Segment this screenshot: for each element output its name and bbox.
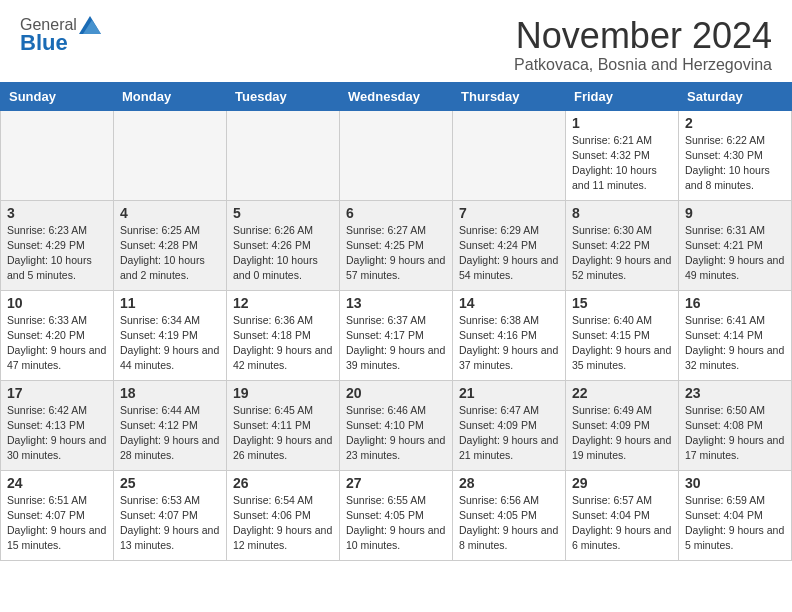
calendar-cell: 10Sunrise: 6:33 AM Sunset: 4:20 PM Dayli…: [1, 290, 114, 380]
calendar-cell: 16Sunrise: 6:41 AM Sunset: 4:14 PM Dayli…: [679, 290, 792, 380]
day-info: Sunrise: 6:53 AM Sunset: 4:07 PM Dayligh…: [120, 493, 220, 554]
weekday-header-tuesday: Tuesday: [227, 82, 340, 110]
day-number: 26: [233, 475, 333, 491]
day-number: 6: [346, 205, 446, 221]
day-info: Sunrise: 6:44 AM Sunset: 4:12 PM Dayligh…: [120, 403, 220, 464]
day-number: 23: [685, 385, 785, 401]
day-number: 10: [7, 295, 107, 311]
day-number: 11: [120, 295, 220, 311]
calendar-cell: 15Sunrise: 6:40 AM Sunset: 4:15 PM Dayli…: [566, 290, 679, 380]
month-title: November 2024: [514, 16, 772, 56]
calendar-cell: 5Sunrise: 6:26 AM Sunset: 4:26 PM Daylig…: [227, 200, 340, 290]
day-number: 21: [459, 385, 559, 401]
day-number: 22: [572, 385, 672, 401]
day-number: 7: [459, 205, 559, 221]
day-number: 14: [459, 295, 559, 311]
calendar-cell: 24Sunrise: 6:51 AM Sunset: 4:07 PM Dayli…: [1, 470, 114, 560]
calendar-week-4: 24Sunrise: 6:51 AM Sunset: 4:07 PM Dayli…: [1, 470, 792, 560]
day-info: Sunrise: 6:54 AM Sunset: 4:06 PM Dayligh…: [233, 493, 333, 554]
weekday-header-saturday: Saturday: [679, 82, 792, 110]
page-header: General Blue November 2024 Patkovaca, Bo…: [0, 0, 792, 82]
calendar-cell: 30Sunrise: 6:59 AM Sunset: 4:04 PM Dayli…: [679, 470, 792, 560]
day-info: Sunrise: 6:23 AM Sunset: 4:29 PM Dayligh…: [7, 223, 107, 284]
day-number: 9: [685, 205, 785, 221]
day-info: Sunrise: 6:25 AM Sunset: 4:28 PM Dayligh…: [120, 223, 220, 284]
day-number: 16: [685, 295, 785, 311]
calendar-cell: 4Sunrise: 6:25 AM Sunset: 4:28 PM Daylig…: [114, 200, 227, 290]
calendar-cell: [114, 110, 227, 200]
calendar-cell: 27Sunrise: 6:55 AM Sunset: 4:05 PM Dayli…: [340, 470, 453, 560]
weekday-header-sunday: Sunday: [1, 82, 114, 110]
day-info: Sunrise: 6:37 AM Sunset: 4:17 PM Dayligh…: [346, 313, 446, 374]
day-info: Sunrise: 6:38 AM Sunset: 4:16 PM Dayligh…: [459, 313, 559, 374]
weekday-header-monday: Monday: [114, 82, 227, 110]
day-info: Sunrise: 6:21 AM Sunset: 4:32 PM Dayligh…: [572, 133, 672, 194]
day-info: Sunrise: 6:51 AM Sunset: 4:07 PM Dayligh…: [7, 493, 107, 554]
day-number: 20: [346, 385, 446, 401]
calendar-cell: 11Sunrise: 6:34 AM Sunset: 4:19 PM Dayli…: [114, 290, 227, 380]
day-number: 17: [7, 385, 107, 401]
calendar-cell: 2Sunrise: 6:22 AM Sunset: 4:30 PM Daylig…: [679, 110, 792, 200]
day-number: 2: [685, 115, 785, 131]
title-block: November 2024 Patkovaca, Bosnia and Herz…: [514, 16, 772, 74]
weekday-header-row: SundayMondayTuesdayWednesdayThursdayFrid…: [1, 82, 792, 110]
calendar-week-2: 10Sunrise: 6:33 AM Sunset: 4:20 PM Dayli…: [1, 290, 792, 380]
calendar-cell: 6Sunrise: 6:27 AM Sunset: 4:25 PM Daylig…: [340, 200, 453, 290]
day-number: 1: [572, 115, 672, 131]
calendar-cell: 13Sunrise: 6:37 AM Sunset: 4:17 PM Dayli…: [340, 290, 453, 380]
calendar-cell: 14Sunrise: 6:38 AM Sunset: 4:16 PM Dayli…: [453, 290, 566, 380]
calendar-cell: 20Sunrise: 6:46 AM Sunset: 4:10 PM Dayli…: [340, 380, 453, 470]
calendar-cell: 23Sunrise: 6:50 AM Sunset: 4:08 PM Dayli…: [679, 380, 792, 470]
day-number: 13: [346, 295, 446, 311]
calendar-week-3: 17Sunrise: 6:42 AM Sunset: 4:13 PM Dayli…: [1, 380, 792, 470]
day-number: 8: [572, 205, 672, 221]
day-number: 29: [572, 475, 672, 491]
calendar-cell: 8Sunrise: 6:30 AM Sunset: 4:22 PM Daylig…: [566, 200, 679, 290]
day-number: 25: [120, 475, 220, 491]
day-info: Sunrise: 6:26 AM Sunset: 4:26 PM Dayligh…: [233, 223, 333, 284]
calendar-cell: [340, 110, 453, 200]
weekday-header-friday: Friday: [566, 82, 679, 110]
weekday-header-wednesday: Wednesday: [340, 82, 453, 110]
calendar-cell: 17Sunrise: 6:42 AM Sunset: 4:13 PM Dayli…: [1, 380, 114, 470]
day-number: 5: [233, 205, 333, 221]
day-info: Sunrise: 6:27 AM Sunset: 4:25 PM Dayligh…: [346, 223, 446, 284]
calendar-cell: 3Sunrise: 6:23 AM Sunset: 4:29 PM Daylig…: [1, 200, 114, 290]
day-info: Sunrise: 6:40 AM Sunset: 4:15 PM Dayligh…: [572, 313, 672, 374]
calendar-cell: 29Sunrise: 6:57 AM Sunset: 4:04 PM Dayli…: [566, 470, 679, 560]
day-info: Sunrise: 6:56 AM Sunset: 4:05 PM Dayligh…: [459, 493, 559, 554]
calendar-cell: 22Sunrise: 6:49 AM Sunset: 4:09 PM Dayli…: [566, 380, 679, 470]
day-info: Sunrise: 6:50 AM Sunset: 4:08 PM Dayligh…: [685, 403, 785, 464]
day-info: Sunrise: 6:22 AM Sunset: 4:30 PM Dayligh…: [685, 133, 785, 194]
day-number: 12: [233, 295, 333, 311]
day-info: Sunrise: 6:45 AM Sunset: 4:11 PM Dayligh…: [233, 403, 333, 464]
calendar-cell: [453, 110, 566, 200]
day-info: Sunrise: 6:33 AM Sunset: 4:20 PM Dayligh…: [7, 313, 107, 374]
calendar-table: SundayMondayTuesdayWednesdayThursdayFrid…: [0, 82, 792, 561]
day-number: 30: [685, 475, 785, 491]
day-number: 24: [7, 475, 107, 491]
day-info: Sunrise: 6:49 AM Sunset: 4:09 PM Dayligh…: [572, 403, 672, 464]
calendar-week-0: 1Sunrise: 6:21 AM Sunset: 4:32 PM Daylig…: [1, 110, 792, 200]
calendar-cell: 28Sunrise: 6:56 AM Sunset: 4:05 PM Dayli…: [453, 470, 566, 560]
calendar-cell: 19Sunrise: 6:45 AM Sunset: 4:11 PM Dayli…: [227, 380, 340, 470]
calendar-cell: [1, 110, 114, 200]
day-info: Sunrise: 6:34 AM Sunset: 4:19 PM Dayligh…: [120, 313, 220, 374]
day-info: Sunrise: 6:30 AM Sunset: 4:22 PM Dayligh…: [572, 223, 672, 284]
day-info: Sunrise: 6:36 AM Sunset: 4:18 PM Dayligh…: [233, 313, 333, 374]
day-info: Sunrise: 6:31 AM Sunset: 4:21 PM Dayligh…: [685, 223, 785, 284]
day-number: 3: [7, 205, 107, 221]
calendar-cell: 1Sunrise: 6:21 AM Sunset: 4:32 PM Daylig…: [566, 110, 679, 200]
day-info: Sunrise: 6:59 AM Sunset: 4:04 PM Dayligh…: [685, 493, 785, 554]
day-number: 19: [233, 385, 333, 401]
calendar-cell: 25Sunrise: 6:53 AM Sunset: 4:07 PM Dayli…: [114, 470, 227, 560]
day-info: Sunrise: 6:55 AM Sunset: 4:05 PM Dayligh…: [346, 493, 446, 554]
day-info: Sunrise: 6:42 AM Sunset: 4:13 PM Dayligh…: [7, 403, 107, 464]
calendar-cell: 9Sunrise: 6:31 AM Sunset: 4:21 PM Daylig…: [679, 200, 792, 290]
logo: General Blue: [20, 16, 101, 56]
calendar-week-1: 3Sunrise: 6:23 AM Sunset: 4:29 PM Daylig…: [1, 200, 792, 290]
calendar-cell: [227, 110, 340, 200]
day-info: Sunrise: 6:46 AM Sunset: 4:10 PM Dayligh…: [346, 403, 446, 464]
day-info: Sunrise: 6:57 AM Sunset: 4:04 PM Dayligh…: [572, 493, 672, 554]
day-number: 4: [120, 205, 220, 221]
